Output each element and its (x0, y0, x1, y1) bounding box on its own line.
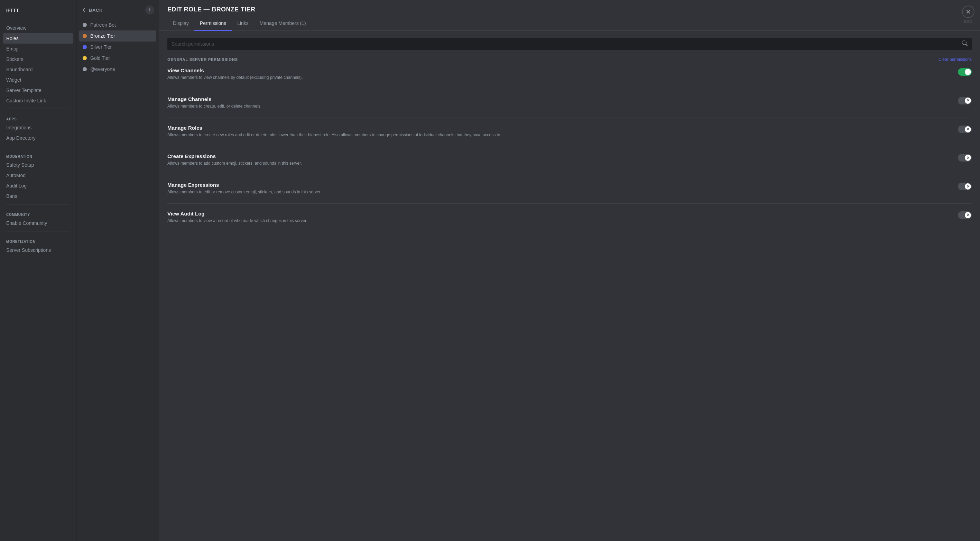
main-content: EDIT ROLE — BRONZE TIER ••• Display Perm… (159, 0, 980, 541)
toggle-create-expressions[interactable]: ✕ (958, 154, 972, 162)
permission-item-create-expressions: Create Expressions Allows members to add… (167, 153, 972, 166)
clear-permissions-button[interactable]: Clear permissions (939, 57, 972, 62)
sidebar-item-roles[interactable]: Roles (3, 33, 73, 44)
tabs: Display Permissions Links Manage Members… (167, 18, 972, 30)
permission-desc-manage-channels: Allows members to create, edit, or delet… (167, 103, 952, 109)
esc-area: ESC (962, 6, 974, 24)
role-item-bronze-tier[interactable]: Bronze Tier (79, 30, 156, 41)
sidebar-section-community: COMMUNITY (3, 207, 73, 218)
sidebar-item-server-subscriptions[interactable]: Server Subscriptions (3, 245, 73, 255)
perm-divider (167, 118, 972, 118)
esc-button[interactable] (962, 6, 974, 18)
sidebar: IFTTT Overview Roles Emoji Stickers Soun… (0, 0, 76, 541)
edit-role-title: EDIT ROLE — BRONZE TIER (167, 6, 255, 13)
sidebar-section-monetization: MONETIZATION (3, 234, 73, 245)
permission-name-manage-channels: Manage Channels (167, 96, 952, 102)
permission-desc-manage-expressions: Allows members to edit or remove custom … (167, 189, 952, 195)
role-dot (83, 67, 87, 71)
role-item-gold-tier[interactable]: Gold Tier (79, 53, 156, 64)
toggle-knob: ✕ (965, 212, 971, 218)
role-item-everyone[interactable]: @everyone (79, 64, 156, 75)
section-label-general: GENERAL SERVER PERMISSIONS Clear permiss… (167, 57, 972, 62)
perm-divider (167, 146, 972, 146)
toggle-manage-expressions[interactable]: ✕ (958, 183, 972, 190)
tab-manage-members[interactable]: Manage Members (1) (254, 18, 312, 31)
toggle-view-audit-log[interactable]: ✕ (958, 212, 972, 219)
toggle-view-channels[interactable] (958, 68, 972, 76)
tab-links[interactable]: Links (232, 18, 254, 31)
role-list: Patreon Bot Bronze Tier Silver Tier Gold… (76, 18, 159, 541)
sidebar-item-audit-log[interactable]: Audit Log (3, 181, 73, 191)
permission-desc-create-expressions: Allows members to add custom emoji, stic… (167, 161, 952, 166)
main-header: EDIT ROLE — BRONZE TIER ••• Display Perm… (159, 0, 980, 31)
role-dot (83, 34, 87, 38)
sidebar-divider-top (6, 20, 70, 20)
search-bar (167, 38, 972, 50)
sidebar-section-apps: APPS (3, 112, 73, 123)
server-name: IFTTT (3, 6, 73, 17)
add-role-button[interactable]: + (145, 6, 154, 14)
role-item-patreon-bot[interactable]: Patreon Bot (79, 19, 156, 30)
sidebar-item-server-template[interactable]: Server Template (3, 85, 73, 95)
middle-header: BACK + (76, 0, 159, 18)
role-dot (83, 56, 87, 60)
permission-item-view-audit-log: View Audit Log Allows members to view a … (167, 211, 972, 224)
role-item-silver-tier[interactable]: Silver Tier (79, 41, 156, 53)
back-button[interactable]: BACK (81, 7, 103, 13)
toggle-knob: ✕ (965, 154, 971, 161)
search-icon (962, 40, 967, 48)
sidebar-divider-apps (6, 108, 70, 109)
sidebar-divider-monetization (6, 231, 70, 231)
permission-item-manage-channels: Manage Channels Allows members to create… (167, 96, 972, 109)
permission-name-view-audit-log: View Audit Log (167, 211, 952, 216)
toggle-knob: ✕ (965, 97, 971, 104)
sidebar-item-custom-invite-link[interactable]: Custom Invite Link (3, 95, 73, 106)
permission-name-view-channels: View Channels (167, 67, 952, 73)
permission-desc-manage-roles: Allows members to create new roles and e… (167, 132, 952, 138)
role-dot (83, 23, 87, 27)
permission-item-view-channels: View Channels Allows members to view cha… (167, 67, 972, 81)
sidebar-item-safety-setup[interactable]: Safety Setup (3, 160, 73, 170)
close-icon (966, 9, 971, 14)
sidebar-item-bans[interactable]: Bans (3, 191, 73, 201)
permission-name-manage-roles: Manage Roles (167, 125, 952, 131)
permission-item-manage-roles: Manage Roles Allows members to create ne… (167, 125, 972, 138)
toggle-knob (965, 69, 971, 75)
sidebar-item-emoji[interactable]: Emoji (3, 44, 73, 54)
perm-divider (167, 175, 972, 175)
permission-desc-view-channels: Allows members to view channels by defau… (167, 75, 952, 81)
sidebar-item-enable-community[interactable]: Enable Community (3, 218, 73, 228)
sidebar-divider-moderation (6, 146, 70, 146)
role-dot (83, 45, 87, 49)
toggle-knob: ✕ (965, 183, 971, 189)
toggle-manage-channels[interactable]: ✕ (958, 97, 972, 105)
permission-item-manage-expressions: Manage Expressions Allows members to edi… (167, 182, 972, 195)
sidebar-item-automod[interactable]: AutoMod (3, 170, 73, 181)
sidebar-item-integrations[interactable]: Integrations (3, 123, 73, 133)
edit-role-title-row: EDIT ROLE — BRONZE TIER ••• (167, 6, 972, 13)
toggle-manage-roles[interactable]: ✕ (958, 126, 972, 133)
perm-divider (167, 89, 972, 89)
sidebar-item-soundboard[interactable]: Soundboard (3, 64, 73, 75)
sidebar-section-moderation: MODERATION (3, 149, 73, 160)
back-arrow-icon (81, 7, 87, 13)
esc-label: ESC (964, 19, 972, 24)
sidebar-item-app-directory[interactable]: App Directory (3, 133, 73, 143)
sidebar-item-widget[interactable]: Widget (3, 75, 73, 85)
sidebar-item-overview[interactable]: Overview (3, 23, 73, 33)
permission-name-manage-expressions: Manage Expressions (167, 182, 952, 188)
perm-divider (167, 204, 972, 204)
permission-name-create-expressions: Create Expressions (167, 153, 952, 159)
sidebar-item-stickers[interactable]: Stickers (3, 54, 73, 64)
middle-panel: BACK + Patreon Bot Bronze Tier Silver Ti… (76, 0, 159, 541)
permissions-area: GENERAL SERVER PERMISSIONS Clear permiss… (159, 31, 980, 541)
sidebar-divider-community (6, 204, 70, 204)
tab-permissions[interactable]: Permissions (194, 18, 232, 31)
permission-desc-view-audit-log: Allows members to view a record of who m… (167, 218, 952, 224)
toggle-knob: ✕ (965, 126, 971, 132)
search-input[interactable] (172, 41, 959, 47)
tab-display[interactable]: Display (167, 18, 194, 31)
